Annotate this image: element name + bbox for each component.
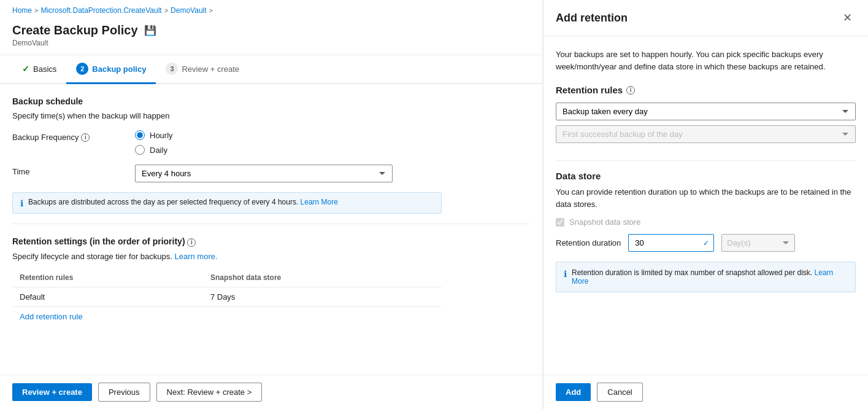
panel-info-text: Retention duration is limited by max num… [572, 268, 848, 286]
breadcrumb-home[interactable]: Home [12, 6, 32, 15]
panel-close-button[interactable]: ✕ [839, 10, 856, 26]
bottom-bar: Review + create Previous Next: Review + … [0, 375, 542, 409]
retention-settings-desc: Specify lifecycle and storage tier for b… [12, 252, 530, 261]
page-subtitle: DemoVault [12, 39, 530, 47]
panel-title: Add retention [556, 12, 628, 25]
add-retention-rule-link[interactable]: Add retention rule [12, 307, 90, 326]
retention-duration-label: Retention duration [556, 238, 621, 247]
previous-button[interactable]: Previous [98, 383, 150, 402]
panel-content: Your backups are set to happen hourly. Y… [543, 36, 868, 375]
panel-footer: Add Cancel [543, 375, 868, 409]
retention-learn-more[interactable]: Learn more. [174, 252, 217, 261]
panel-info-icon: ℹ [564, 269, 567, 279]
retention-duration-row: Retention duration ✓ Day(s) Week(s) Mont… [556, 234, 856, 252]
info-bar-text: Backups are distributed across the day a… [28, 198, 338, 206]
frequency-row: Backup Frequency i Hourly Daily [12, 130, 530, 155]
table-cell-store: 7 Days [203, 287, 442, 306]
divider1 [12, 224, 530, 224]
col-snapshot-store: Snapshot data store [203, 268, 442, 287]
backup-schedule-title: Backup schedule [12, 96, 530, 106]
cancel-button[interactable]: Cancel [597, 383, 642, 402]
tab-review-create-label: Review + create [182, 64, 239, 74]
tabs-bar: ✓ Basics 2 Backup policy 3 Review + crea… [0, 55, 542, 84]
tab-backup-policy-label: Backup policy [92, 64, 146, 74]
radio-hourly-label: Hourly [150, 131, 173, 140]
data-store-section: Data store You can provide retention dur… [556, 171, 856, 292]
radio-hourly[interactable]: Hourly [135, 130, 530, 140]
snapshot-checkbox [556, 218, 564, 227]
retention-rules-info-icon[interactable]: i [626, 86, 635, 95]
duration-unit-select[interactable]: Day(s) Week(s) Month(s) Year(s) [721, 234, 795, 252]
tab-review-create-number: 3 [166, 63, 178, 75]
frequency-options: Hourly Daily [135, 130, 530, 155]
main-content: Backup schedule Specify time(s) when the… [0, 84, 542, 375]
tab-backup-policy[interactable]: 2 Backup policy [66, 55, 156, 84]
tab-basics[interactable]: ✓ Basics [12, 56, 66, 83]
time-row: Time Every 4 hours Every 6 hours Every 8… [12, 165, 530, 182]
radio-daily[interactable]: Daily [135, 145, 530, 155]
duration-check-icon: ✓ [703, 239, 709, 247]
backup-schedule-desc: Specify time(s) when the backup will hap… [12, 111, 530, 120]
tab-basics-label: Basics [33, 64, 56, 74]
retention-rules-select[interactable]: Backup taken every day Backup taken ever… [556, 103, 856, 120]
page-header: Create Backup Policy 💾 DemoVault [0, 21, 542, 55]
panel-header: Add retention ✕ [543, 0, 868, 36]
backup-info-bar: ℹ Backups are distributed across the day… [12, 192, 442, 214]
panel-description: Your backups are set to happen hourly. Y… [556, 49, 856, 72]
add-retention-panel: Add retention ✕ Your backups are set to … [543, 0, 868, 409]
retention-settings-title: Retention settings (in the order of prio… [12, 236, 530, 247]
page-title-text: Create Backup Policy [12, 23, 138, 37]
time-select[interactable]: Every 4 hours Every 6 hours Every 8 hour… [135, 165, 393, 182]
next-button[interactable]: Next: Review + create > [156, 383, 263, 402]
retention-rules-title: Retention rules i [556, 85, 856, 95]
retention-settings-info-icon[interactable]: i [187, 238, 196, 247]
info-bar-icon: ℹ [20, 198, 23, 208]
breadcrumb-demo-vault[interactable]: DemoVault [171, 6, 206, 15]
col-retention-rules: Retention rules [12, 268, 203, 287]
retention-table: Retention rules Snapshot data store Defa… [12, 268, 442, 307]
breadcrumb-create-vault[interactable]: Microsoft.DataProtection.CreateVault [40, 6, 161, 15]
review-create-button[interactable]: Review + create [12, 383, 92, 401]
table-header-row: Retention rules Snapshot data store [12, 268, 442, 287]
save-icon[interactable]: 💾 [144, 25, 156, 36]
panel-info-bar: ℹ Retention duration is limited by max n… [556, 262, 856, 292]
time-control: Every 4 hours Every 6 hours Every 8 hour… [135, 165, 530, 182]
snapshot-checkbox-label: Snapshot data store [569, 217, 640, 227]
breadcrumb-sep3: > [209, 7, 213, 14]
table-cell-rule: Default [12, 287, 203, 306]
snapshot-checkbox-row: Snapshot data store [556, 217, 856, 227]
radio-hourly-input[interactable] [135, 130, 145, 140]
frequency-info-icon[interactable]: i [81, 133, 90, 142]
add-button[interactable]: Add [556, 383, 591, 401]
breadcrumb-sep2: > [164, 7, 168, 14]
backup-schedule-section: Backup schedule Specify time(s) when the… [12, 96, 530, 214]
retention-settings-section: Retention settings (in the order of prio… [12, 236, 530, 326]
tab-backup-policy-number: 2 [76, 63, 88, 75]
tab-review-create[interactable]: 3 Review + create [156, 55, 249, 84]
breadcrumb-sep1: > [34, 7, 38, 14]
table-row: Default 7 Days [12, 287, 442, 306]
time-label: Time [12, 165, 135, 176]
data-store-desc: You can provide retention duration up to… [556, 186, 856, 210]
page-title: Create Backup Policy 💾 [12, 23, 530, 37]
duration-input-wrapper: ✓ [628, 234, 714, 252]
data-store-title: Data store [556, 171, 856, 181]
duration-input[interactable] [628, 234, 714, 252]
tab-basics-check: ✓ [22, 64, 29, 74]
frequency-label: Backup Frequency i [12, 130, 135, 142]
retention-sub-select[interactable]: First successful backup of the day [556, 125, 856, 143]
panel-divider [556, 160, 856, 161]
retention-rules-section: Retention rules i Backup taken every day… [556, 85, 856, 148]
radio-daily-label: Daily [150, 146, 167, 155]
radio-daily-input[interactable] [135, 145, 145, 155]
learn-more-link[interactable]: Learn More [301, 198, 338, 206]
breadcrumb: Home > Microsoft.DataProtection.CreateVa… [0, 0, 542, 21]
